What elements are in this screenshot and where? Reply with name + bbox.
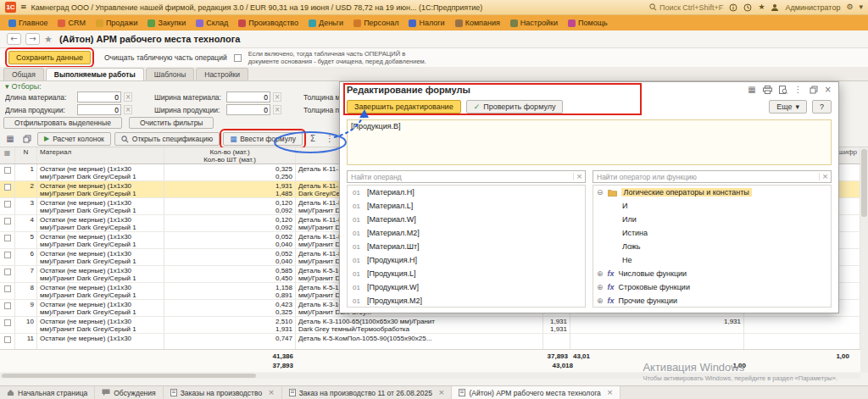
more-button[interactable]: Еще▾ — [769, 100, 807, 114]
menu-item-pomosch[interactable]: Помощь — [568, 19, 608, 27]
clear-icon[interactable]: × — [573, 173, 585, 180]
operand-search-input[interactable] — [348, 173, 573, 181]
table-view-icon[interactable]: ▦ — [748, 86, 755, 94]
filter-input-material-length[interactable] — [77, 91, 121, 103]
tab-vypolnyaemye-raboty[interactable]: Выполняемые работы — [46, 68, 144, 80]
chevron-down-icon[interactable]: ▾ — [859, 3, 863, 11]
vertical-scrollbar[interactable] — [860, 147, 868, 373]
menu-item-dengi[interactable]: Деньги — [309, 19, 343, 27]
restore-window-icon[interactable] — [810, 86, 818, 94]
save-data-button[interactable]: Сохранить данные — [8, 51, 91, 64]
enter-formula-button[interactable]: ▦Ввести формулу — [223, 132, 303, 146]
formula-editor[interactable]: [Продукция.В] — [347, 119, 832, 165]
clear-filters-button[interactable]: Очистить фильтры — [129, 117, 214, 129]
row-checkbox[interactable] — [4, 302, 11, 309]
tab-nastroyki[interactable]: Настройки — [196, 68, 248, 80]
operator-item[interactable]: Истина — [593, 226, 831, 240]
clear-operations-checkbox[interactable] — [234, 54, 242, 62]
header-n[interactable]: N — [15, 147, 37, 163]
close-icon[interactable]: × — [607, 389, 614, 396]
header-qty[interactable]: Кол-во (мат.) Кол-во ШТ (мат.) — [164, 147, 296, 163]
clear-icon[interactable]: × — [273, 105, 281, 114]
favorite-star-icon[interactable]: ★ — [44, 35, 53, 44]
expand-icon[interactable]: ⊕ — [597, 297, 604, 305]
taskbar-item-home[interactable]: Начальная страница — [0, 386, 95, 399]
forward-icon[interactable]: → — [25, 33, 40, 45]
row-checkbox[interactable] — [4, 167, 11, 174]
operator-item[interactable]: Не — [593, 253, 831, 267]
function-group[interactable]: ⊕fxСтроковые функции — [593, 280, 831, 294]
clear-icon[interactable]: × — [124, 92, 132, 102]
kebab-icon[interactable]: ⋮ — [794, 86, 803, 94]
function-group[interactable]: ⊕fxПрочие функции — [593, 294, 831, 308]
row-checkbox[interactable] — [4, 235, 11, 241]
table-row[interactable]: 11Остатки (не мерные) (1х1х300,747Деталь… — [0, 334, 860, 351]
menu-item-sklad[interactable]: Склад — [196, 19, 228, 27]
calc-columns-button[interactable]: ▶Расчет колонок — [37, 132, 111, 146]
info-icon[interactable] — [729, 3, 737, 12]
operand-item[interactable]: 01[Продукция.W] — [348, 280, 585, 294]
filter-input-product-length[interactable] — [77, 104, 121, 115]
operand-item[interactable]: 01[Продукция.H] — [348, 253, 585, 267]
favorites-star-icon[interactable]: ★ — [758, 3, 765, 11]
close-icon[interactable]: × — [268, 389, 275, 396]
grid-icon[interactable]: ▦ — [3, 133, 17, 146]
operand-item[interactable]: 01[Продукция.L] — [348, 267, 585, 280]
copy-icon[interactable] — [20, 133, 34, 146]
more-tools-icon[interactable]: ⋮ — [323, 133, 337, 146]
menu-item-kompaniya[interactable]: Компания — [455, 19, 500, 27]
taskbar-item-orders-list[interactable]: Заказы на производство× — [164, 386, 282, 399]
finish-editing-button[interactable]: Завершить редактирование — [347, 100, 461, 114]
hamburger-icon[interactable]: ≡ — [20, 3, 27, 11]
menu-item-personal[interactable]: Персонал — [353, 19, 398, 27]
operand-item[interactable]: 01[Материал.W] — [348, 213, 585, 226]
operator-search-input[interactable] — [593, 173, 819, 181]
menu-item-crm[interactable]: CRM — [58, 19, 86, 27]
filter-input-product-width[interactable] — [226, 104, 270, 115]
table-row[interactable]: 10Остатки (не мерные) (1х1х30 мм)/Гранит… — [0, 317, 860, 334]
help-button[interactable]: ? — [812, 100, 832, 114]
operand-item[interactable]: 01[Материал.H] — [348, 186, 585, 199]
row-checkbox[interactable] — [4, 269, 11, 275]
function-group[interactable]: ⊕fxЧисловые функции — [593, 267, 831, 280]
scrollbar-thumb[interactable] — [861, 149, 867, 217]
operator-group[interactable]: ⊖Логические операторы и константы — [593, 186, 831, 199]
operand-item[interactable]: 01[Материал.Шт] — [348, 240, 585, 253]
taskbar-item-order-11[interactable]: Заказ на производство 11 от 26.08.2025× — [282, 386, 453, 399]
preview-icon[interactable] — [779, 86, 787, 94]
settings-gear-icon[interactable]: ⚙ — [846, 3, 853, 11]
operand-item[interactable]: 01[Материал.L] — [348, 199, 585, 213]
row-checkbox[interactable] — [4, 201, 11, 208]
operand-item[interactable]: 01[Продукция.M2] — [348, 294, 585, 308]
menu-item-zakupki[interactable]: Закупки — [147, 19, 186, 27]
expand-icon[interactable]: ⊕ — [597, 284, 604, 291]
tab-shablony[interactable]: Шаблоны — [146, 68, 195, 80]
operator-item[interactable]: Или — [593, 213, 831, 226]
open-spec-button[interactable]: Открыть спецификацию — [114, 132, 220, 146]
back-icon[interactable]: ← — [7, 33, 21, 45]
filter-input-material-width[interactable] — [226, 91, 270, 103]
header-select[interactable]: ▦ — [0, 147, 15, 163]
menu-item-nalogi[interactable]: Налоги — [409, 19, 444, 27]
row-checkbox[interactable] — [4, 285, 11, 292]
history-clock-icon[interactable] — [743, 3, 752, 12]
row-checkbox[interactable] — [4, 336, 11, 343]
row-checkbox[interactable] — [4, 184, 11, 191]
menu-item-glavnoe[interactable]: Главное — [8, 19, 47, 27]
user-name[interactable]: Администратор — [785, 3, 840, 12]
close-icon[interactable]: × — [825, 86, 832, 94]
taskbar-item-discussions[interactable]: Обсуждения — [95, 386, 163, 399]
print-icon[interactable] — [763, 86, 772, 94]
expand-icon[interactable]: ⊕ — [597, 270, 604, 278]
global-search[interactable]: Поиск Ctrl+Shift+F — [649, 3, 723, 12]
close-icon[interactable]: × — [438, 389, 445, 396]
menu-item-prodazhi[interactable]: Продажи — [96, 19, 138, 27]
clear-icon[interactable]: × — [124, 105, 132, 114]
row-checkbox[interactable] — [4, 319, 11, 326]
operator-item[interactable]: И — [593, 199, 831, 213]
check-formula-button[interactable]: ✓Проверить формулу — [466, 100, 564, 114]
sum-icon[interactable]: Σ — [306, 133, 320, 146]
clear-icon[interactable]: × — [273, 92, 281, 102]
row-checkbox[interactable] — [4, 218, 11, 224]
operand-item[interactable]: 01[Материал.M2] — [348, 226, 585, 240]
